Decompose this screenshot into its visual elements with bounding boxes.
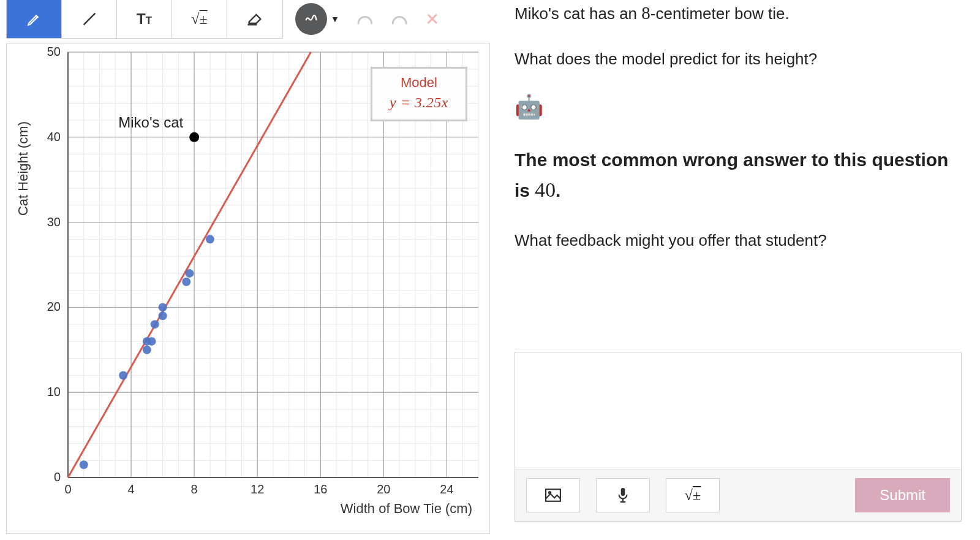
chart-container[interactable]: 0481216202401020304050Width of Bow Tie (…: [6, 43, 490, 534]
line-icon: [81, 10, 98, 28]
svg-text:Miko's cat: Miko's cat: [118, 114, 183, 131]
sqrt-icon: √±: [685, 487, 701, 504]
svg-text:4: 4: [128, 482, 135, 496]
svg-point-87: [119, 371, 127, 379]
svg-line-0: [83, 13, 95, 25]
microphone-icon: [617, 487, 629, 503]
submit-button[interactable]: Submit: [855, 478, 950, 512]
svg-text:Cat Height (cm): Cat Height (cm): [15, 121, 31, 216]
text-tool[interactable]: TT: [117, 0, 172, 38]
eraser-icon: [246, 10, 263, 28]
svg-point-90: [148, 337, 156, 346]
chart-legend: Model y = 3.25x: [371, 67, 467, 121]
redo-button[interactable]: [390, 12, 408, 26]
pen-tool[interactable]: [7, 0, 62, 38]
scribble-tool[interactable]: [295, 3, 327, 35]
wrong-answer-prompt: The most common wrong answer to this que…: [514, 146, 962, 207]
svg-text:0: 0: [64, 482, 71, 496]
svg-point-94: [182, 278, 190, 286]
question-line-2: What does the model predict for its heig…: [514, 48, 962, 71]
voice-input-button[interactable]: [596, 478, 650, 512]
svg-point-86: [80, 460, 88, 469]
insert-image-button[interactable]: [526, 478, 580, 512]
svg-text:16: 16: [314, 482, 327, 496]
svg-point-100: [549, 492, 551, 493]
svg-point-93: [159, 303, 167, 311]
undo-button[interactable]: [356, 12, 375, 26]
scribble-icon: [303, 11, 319, 27]
history-controls: [356, 12, 408, 26]
bold-b: .: [556, 180, 560, 200]
bold-a: The most common wrong answer to this que…: [514, 150, 948, 201]
svg-point-97: [189, 132, 199, 142]
sqrt-icon: √±: [191, 11, 207, 28]
draw-toolbar: TT √± ▼: [6, 0, 490, 38]
svg-text:24: 24: [440, 482, 453, 496]
svg-text:20: 20: [377, 482, 390, 496]
tool-group: TT √±: [6, 0, 283, 39]
svg-text:0: 0: [54, 470, 61, 484]
legend-equation: y = 3.25x: [390, 94, 448, 111]
image-icon: [545, 489, 561, 502]
svg-line-85: [68, 52, 311, 477]
line-tool[interactable]: [62, 0, 117, 38]
robot-emoji: 🤖: [514, 93, 962, 120]
svg-text:50: 50: [47, 45, 61, 58]
answer-box: √± Submit: [514, 352, 962, 522]
question-line-1: Miko's cat has an 8-centimeter bow tie.: [514, 0, 962, 26]
redo-icon: [390, 12, 408, 26]
q1-number: 8: [641, 3, 650, 23]
legend-title: Model: [390, 75, 448, 91]
insert-math-button[interactable]: √±: [666, 478, 720, 512]
undo-icon: [356, 12, 375, 26]
close-icon: ✕: [425, 10, 439, 29]
clear-button[interactable]: ✕: [425, 9, 439, 29]
svg-text:40: 40: [47, 130, 61, 143]
tool-dropdown[interactable]: ▼: [331, 14, 339, 24]
answer-controls: √± Submit: [515, 469, 961, 521]
svg-text:Width of Bow Tie (cm): Width of Bow Tie (cm): [341, 501, 472, 516]
svg-rect-99: [546, 489, 560, 501]
app-root: TT √± ▼: [0, 0, 980, 540]
pencil-icon: [26, 11, 42, 27]
left-pane: TT √± ▼: [6, 0, 490, 534]
svg-text:20: 20: [47, 300, 61, 313]
svg-text:10: 10: [47, 385, 61, 398]
svg-text:30: 30: [47, 215, 61, 229]
text-icon: TT: [137, 10, 152, 28]
svg-point-92: [159, 311, 167, 320]
svg-text:8: 8: [191, 482, 198, 496]
eraser-tool[interactable]: [227, 0, 282, 38]
feedback-input[interactable]: [515, 352, 961, 469]
q1-text-a: Miko's cat has an: [514, 4, 641, 23]
svg-rect-101: [621, 488, 625, 496]
right-pane: Miko's cat has an 8-centimeter bow tie. …: [490, 0, 974, 534]
svg-point-88: [143, 346, 151, 354]
question-line-3: What feedback might you offer that stude…: [514, 229, 962, 253]
chevron-down-icon: ▼: [331, 14, 339, 24]
svg-point-96: [206, 235, 214, 243]
svg-text:12: 12: [251, 482, 264, 496]
svg-point-91: [151, 320, 159, 329]
svg-point-95: [185, 269, 194, 278]
q1-text-b: -centimeter bow tie.: [650, 4, 790, 23]
math-tool[interactable]: √±: [172, 0, 227, 38]
bold-num: 40: [535, 178, 556, 201]
